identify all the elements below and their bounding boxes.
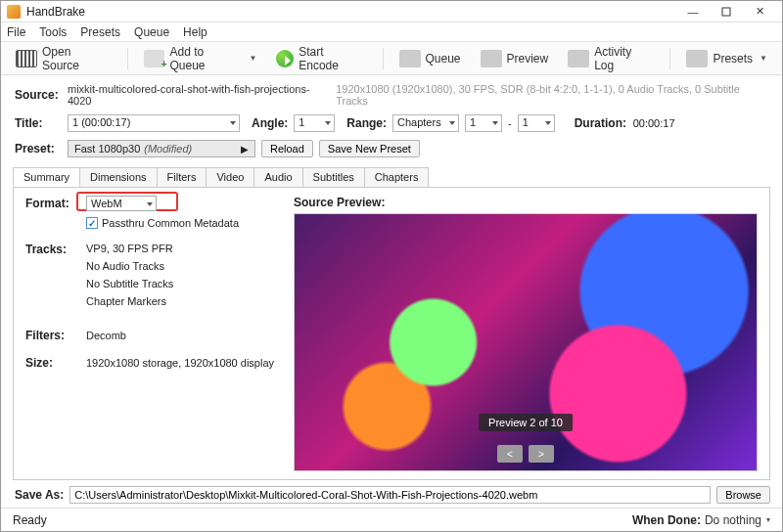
menu-queue[interactable]: Queue — [134, 25, 169, 39]
track-row: No Audio Tracks — [86, 260, 173, 272]
svg-rect-0 — [722, 8, 730, 16]
source-preview-image: Preview 2 of 10 < > — [294, 213, 758, 471]
menu-tools[interactable]: Tools — [39, 25, 67, 39]
size-value: 1920x1080 storage, 1920x1080 display — [86, 357, 274, 369]
tracks-list: VP9, 30 FPS PFR No Audio Tracks No Subti… — [86, 243, 173, 313]
activity-icon — [568, 50, 589, 67]
arrow-right-icon: ▶ — [241, 144, 249, 155]
menu-presets[interactable]: Presets — [80, 25, 120, 39]
source-label: Source: — [15, 88, 62, 102]
track-row: Chapter Markers — [86, 295, 173, 307]
preset-select[interactable]: Fast 1080p30(Modified) ▶ — [68, 140, 255, 157]
add-to-queue-button[interactable]: Add to Queue▼ — [137, 41, 264, 76]
queue-button[interactable]: Queue — [392, 46, 468, 71]
summary-panel: Format: WebM ✓ Passthru Common Metadata … — [13, 187, 770, 480]
close-button[interactable]: ✕ — [743, 3, 776, 21]
chevron-down-icon: ▾ — [766, 515, 770, 524]
source-name: mixkit-multicolored-coral-shot-with-fish… — [68, 83, 330, 107]
window-title: HandBrake — [26, 5, 676, 19]
chevron-down-icon: ▼ — [249, 54, 256, 63]
tab-filters[interactable]: Filters — [157, 167, 207, 187]
duration-label: Duration: — [575, 116, 627, 130]
preview-button[interactable]: Preview — [474, 46, 556, 71]
tab-chapters[interactable]: Chapters — [364, 167, 430, 187]
preview-next-button[interactable]: > — [529, 445, 554, 463]
range-label: Range: — [346, 116, 387, 130]
range-to-select[interactable]: 1 — [518, 114, 555, 132]
status-bar: Ready When Done: Do nothing▾ — [1, 508, 782, 531]
check-icon: ✓ — [86, 217, 98, 229]
presets-icon — [686, 50, 708, 67]
saveas-label: Save As: — [15, 488, 64, 502]
presets-button[interactable]: Presets▼ — [679, 46, 774, 71]
title-label: Title: — [15, 116, 62, 130]
chevron-down-icon: ▼ — [760, 54, 767, 63]
whendone-label: When Done: — [632, 513, 701, 527]
range-sep: - — [508, 117, 512, 129]
maximize-button[interactable] — [710, 3, 743, 21]
preset-label: Preset: — [15, 142, 62, 155]
menu-bar: File Tools Presets Queue Help — [1, 22, 782, 42]
status-text: Ready — [13, 513, 47, 527]
reload-button[interactable]: Reload — [261, 140, 313, 157]
format-label: Format: — [25, 197, 78, 210]
title-select[interactable]: 1 (00:00:17) — [68, 114, 240, 132]
tab-audio[interactable]: Audio — [253, 167, 302, 187]
preview-icon — [481, 50, 502, 67]
activity-log-button[interactable]: Activity Log — [561, 41, 661, 76]
preview-prev-button[interactable]: < — [497, 445, 523, 463]
angle-label: Angle: — [252, 116, 288, 130]
menu-help[interactable]: Help — [183, 25, 207, 39]
saveas-input[interactable] — [69, 486, 711, 504]
format-select[interactable]: WebM — [86, 196, 157, 211]
app-icon — [7, 5, 21, 19]
source-info: 1920x1080 (1920x1080), 30 FPS, SDR (8-bi… — [336, 83, 768, 107]
play-icon — [276, 50, 294, 67]
passthru-label: Passthru Common Metadata — [102, 217, 239, 229]
tracks-label: Tracks: — [25, 243, 78, 313]
preview-badge: Preview 2 of 10 — [479, 414, 573, 431]
filters-value: Decomb — [86, 330, 126, 341]
source-preview-label: Source Preview: — [294, 196, 758, 209]
minimize-button[interactable]: — — [676, 3, 710, 21]
menu-file[interactable]: File — [7, 25, 25, 39]
add-queue-icon — [144, 50, 165, 67]
whendone-select[interactable]: Do nothing▾ — [705, 513, 770, 527]
filters-label: Filters: — [25, 329, 78, 342]
toolbar: Open Source Add to Queue▼ Start Encode Q… — [1, 42, 782, 75]
passthru-checkbox[interactable]: ✓ Passthru Common Metadata — [86, 217, 280, 229]
film-icon — [16, 50, 37, 67]
tab-video[interactable]: Video — [206, 167, 254, 187]
queue-icon — [399, 50, 421, 67]
save-new-preset-button[interactable]: Save New Preset — [319, 140, 420, 157]
track-row: VP9, 30 FPS PFR — [86, 243, 173, 254]
start-encode-button[interactable]: Start Encode — [269, 41, 373, 76]
range-from-select[interactable]: 1 — [465, 114, 502, 132]
tab-subtitles[interactable]: Subtitles — [302, 167, 365, 187]
open-source-button[interactable]: Open Source — [9, 41, 118, 76]
browse-button[interactable]: Browse — [716, 486, 770, 504]
tab-summary[interactable]: Summary — [13, 167, 80, 187]
size-label: Size: — [25, 356, 78, 370]
tabs: Summary Dimensions Filters Video Audio S… — [13, 167, 770, 187]
range-type-select[interactable]: Chapters — [392, 114, 459, 132]
tab-dimensions[interactable]: Dimensions — [79, 167, 157, 187]
duration-value: 00:00:17 — [633, 117, 675, 129]
angle-select[interactable]: 1 — [294, 114, 335, 132]
track-row: No Subtitle Tracks — [86, 278, 173, 289]
